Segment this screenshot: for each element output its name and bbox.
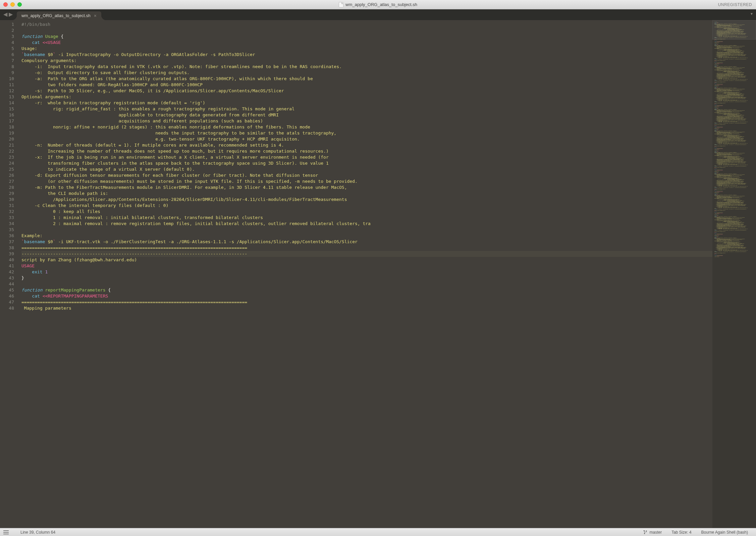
minimap-content: #!/bin/bash function Usage { cat <<USAGE… (714, 21, 756, 257)
git-branch-icon (643, 530, 648, 534)
tab-size[interactable]: Tab Size: 4 (666, 530, 696, 535)
close-window-button[interactable] (3, 2, 8, 7)
maximize-window-button[interactable] (17, 2, 22, 7)
window-title: wm_apply_ORG_atlas_to_subject.sh (339, 2, 417, 7)
tab-label: wm_apply_ORG_atlas_to_subject.sh (21, 13, 91, 18)
app-window: wm_apply_ORG_atlas_to_subject.sh UNREGIS… (0, 0, 756, 536)
editor-area: 1234567891011121314151617181920212223242… (0, 20, 756, 528)
tab-close-icon[interactable]: × (94, 13, 97, 18)
window-title-text: wm_apply_ORG_atlas_to_subject.sh (345, 2, 417, 7)
cursor-position[interactable]: Line 39, Column 64 (15, 530, 60, 535)
tab-overflow-icon[interactable]: ▾ (751, 11, 753, 16)
minimize-window-button[interactable] (10, 2, 15, 7)
unregistered-label: UNREGISTERED (718, 2, 752, 7)
file-tab[interactable]: wm_apply_ORG_atlas_to_subject.sh × (17, 11, 101, 20)
file-icon (339, 2, 343, 7)
status-bar: Line 39, Column 64 master Tab Size: 4 Bo… (0, 528, 756, 536)
titlebar[interactable]: wm_apply_ORG_atlas_to_subject.sh UNREGIS… (0, 0, 756, 9)
menu-icon[interactable] (3, 530, 9, 534)
git-branch[interactable]: master (638, 530, 667, 535)
tab-bar: ◀ ▶ wm_apply_ORG_atlas_to_subject.sh × ▾ (0, 9, 756, 20)
minimap[interactable]: #!/bin/bash function Usage { cat <<USAGE… (712, 20, 756, 528)
line-number-gutter[interactable]: 1234567891011121314151617181920212223242… (0, 20, 19, 528)
minimap-viewport[interactable] (712, 20, 756, 40)
syntax-mode[interactable]: Bourne Again Shell (bash) (696, 530, 753, 535)
window-controls (3, 2, 22, 7)
nav-back-icon[interactable]: ◀ (3, 11, 8, 17)
code-editor[interactable]: #!/bin/bash function Usage { cat <<USAGE… (19, 20, 712, 528)
git-branch-name: master (650, 530, 662, 535)
